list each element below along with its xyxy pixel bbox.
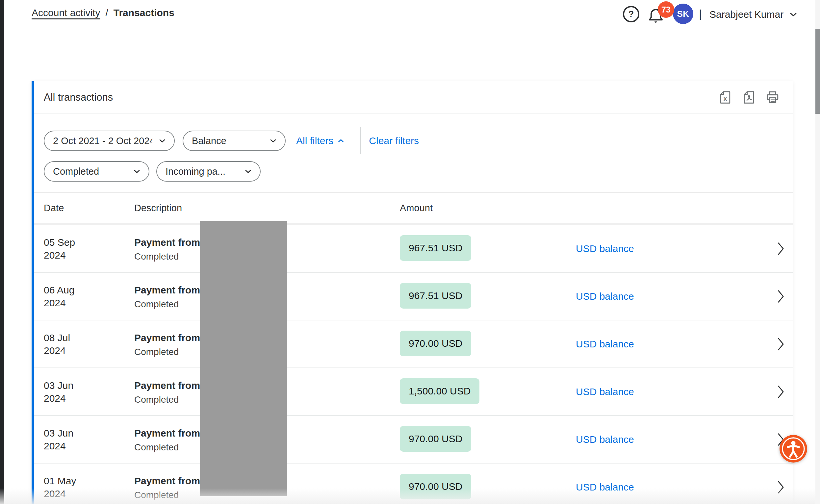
printer-icon	[765, 90, 780, 105]
breadcrumb-current-page: Transactions	[114, 7, 174, 18]
date-range-filter-dropdown[interactable]: 2 Oct 2021 - 2 Oct 2024	[44, 131, 175, 151]
table-row[interactable]: 06 Aug2024 Payment from Completed 967.51…	[34, 273, 793, 320]
table-row[interactable]: 05 Sep2024 Payment from Completed 967.51…	[34, 225, 793, 273]
notification-count-badge: 73	[658, 1, 674, 18]
transaction-description: Payment from	[134, 332, 200, 343]
export-excel-button[interactable]: x	[718, 90, 733, 105]
usd-balance-link[interactable]: USD balance	[576, 339, 634, 350]
chevron-down-icon	[243, 167, 253, 176]
transaction-date: 08 Jul2024	[44, 331, 70, 357]
chevron-right-icon[interactable]	[778, 290, 784, 303]
redaction-overlay	[200, 221, 287, 496]
help-icon[interactable]: ?	[623, 6, 639, 22]
table-row[interactable]: 01 May2024 Payment from Completed 970.00…	[34, 464, 793, 504]
transaction-status: Completed	[134, 442, 179, 453]
column-header-amount: Amount	[400, 202, 433, 213]
all-filters-label: All filters	[296, 135, 333, 146]
svg-text:x: x	[724, 95, 727, 102]
all-filters-toggle[interactable]: All filters	[296, 135, 345, 146]
chevron-right-icon[interactable]	[778, 242, 784, 256]
card-header: All transactions x	[34, 81, 793, 114]
clear-filters-button[interactable]: Clear filters	[369, 135, 419, 146]
amount-badge: 970.00 USD	[400, 426, 471, 452]
transaction-status: Completed	[134, 347, 179, 357]
transaction-date: 05 Sep2024	[44, 236, 75, 262]
transaction-description: Payment from	[134, 285, 200, 296]
excel-file-icon: x	[718, 90, 733, 105]
user-name: Sarabjeet Kumar	[709, 9, 783, 20]
export-actions: x	[718, 90, 780, 105]
transaction-date: 03 Jun2024	[44, 427, 73, 452]
transaction-description: Payment from	[134, 475, 200, 487]
page-title: All transactions	[44, 91, 113, 103]
amount-badge: 970.00 USD	[400, 331, 471, 356]
user-menu-button[interactable]: Sarabjeet Kumar	[709, 9, 799, 20]
transaction-status: Completed	[134, 490, 179, 500]
table-row[interactable]: 03 Jun2024 Payment from Completed 1,500.…	[34, 368, 793, 416]
amount-badge: 1,500.00 USD	[400, 378, 479, 404]
pdf-file-icon	[741, 90, 756, 105]
print-button[interactable]	[765, 90, 780, 105]
accessibility-widget-button[interactable]	[779, 434, 808, 463]
transaction-description: Payment from	[134, 237, 200, 248]
chevron-down-icon	[788, 9, 799, 20]
table-row[interactable]: 08 Jul2024 Payment from Completed 970.00…	[34, 320, 793, 368]
avatar[interactable]: SK	[673, 4, 693, 24]
filter-row-1: 2 Oct 2021 - 2 Oct 2024 Balance All filt…	[44, 127, 793, 154]
chevron-down-icon	[269, 136, 278, 145]
amount-badge: 967.51 USD	[400, 235, 471, 261]
chevron-right-icon[interactable]	[778, 337, 784, 351]
payment-type-filter-value: Incoming pa...	[166, 166, 225, 177]
clear-filters-label: Clear filters	[369, 135, 419, 146]
column-header-date: Date	[44, 202, 64, 213]
transaction-status: Completed	[134, 299, 179, 310]
usd-balance-link[interactable]: USD balance	[576, 482, 634, 493]
breadcrumb-link-account-activity[interactable]: Account activity	[32, 7, 100, 18]
balance-filter-dropdown[interactable]: Balance	[183, 131, 286, 151]
screen: Account activity / Transactions ? 73 SK …	[0, 0, 820, 504]
transaction-status: Completed	[134, 251, 179, 262]
table-body: 05 Sep2024 Payment from Completed 967.51…	[34, 225, 793, 504]
transaction-status: Completed	[134, 394, 179, 405]
table-header: Date Description Amount	[34, 193, 793, 225]
usd-balance-link[interactable]: USD balance	[576, 386, 634, 397]
export-pdf-button[interactable]	[741, 90, 756, 105]
left-edge-strip	[0, 0, 4, 504]
chevron-down-icon	[132, 167, 141, 176]
accessibility-person-icon	[779, 434, 808, 463]
scrollbar-thumb[interactable]	[815, 29, 820, 114]
usd-balance-link[interactable]: USD balance	[576, 434, 634, 445]
breadcrumb-separator: /	[105, 7, 108, 18]
name-separator: |	[699, 7, 702, 20]
vertical-divider	[360, 127, 361, 154]
chevron-right-icon[interactable]	[778, 385, 784, 399]
scrollbar[interactable]	[815, 0, 820, 504]
usd-balance-link[interactable]: USD balance	[576, 291, 634, 302]
payment-type-filter-dropdown[interactable]: Incoming pa...	[156, 161, 261, 182]
chevron-right-icon[interactable]	[778, 480, 784, 494]
transaction-date: 01 May2024	[44, 474, 76, 500]
table-row[interactable]: 03 Jun2024 Payment from Completed 970.00…	[34, 416, 793, 464]
filter-row-2: Completed Incoming pa...	[44, 161, 793, 182]
amount-badge: 967.51 USD	[400, 283, 471, 309]
chevron-down-icon	[158, 136, 167, 145]
status-filter-dropdown[interactable]: Completed	[44, 161, 149, 182]
amount-badge: 970.00 USD	[400, 474, 471, 499]
usd-balance-link[interactable]: USD balance	[576, 243, 634, 254]
transaction-description: Payment from	[134, 428, 200, 439]
column-header-description: Description	[134, 202, 182, 213]
transaction-date: 06 Aug2024	[44, 284, 74, 309]
question-mark-glyph: ?	[628, 9, 634, 19]
transaction-description: Payment from	[134, 380, 200, 391]
balance-filter-value: Balance	[192, 136, 226, 146]
status-filter-value: Completed	[53, 166, 99, 177]
date-range-value: 2 Oct 2021 - 2 Oct 2024	[53, 136, 152, 146]
breadcrumb: Account activity / Transactions	[32, 7, 174, 18]
transaction-date: 03 Jun2024	[44, 379, 73, 405]
filters-section: 2 Oct 2021 - 2 Oct 2024 Balance All filt…	[34, 114, 793, 193]
transactions-card: All transactions x	[32, 81, 793, 504]
chevron-up-icon	[337, 137, 345, 145]
